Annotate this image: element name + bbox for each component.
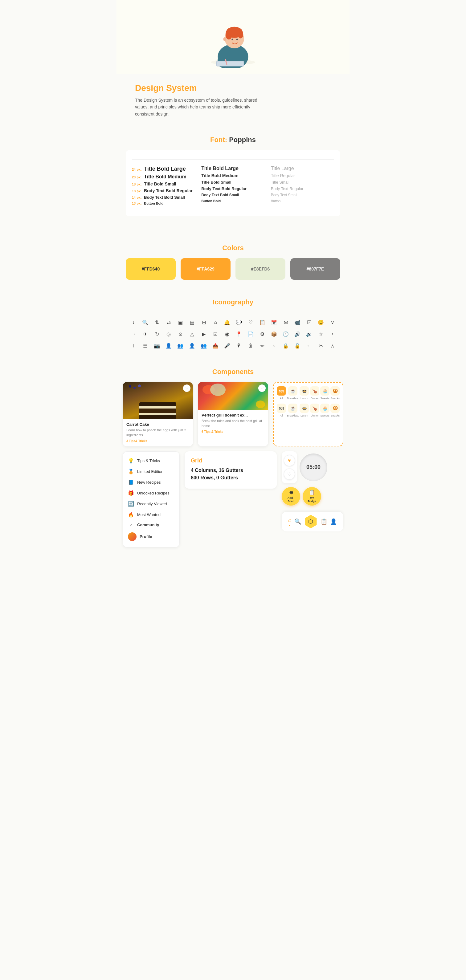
nav-avatar [128,532,137,541]
page-description: The Design System is an ecosystem of too… [135,97,271,118]
card-heart-button[interactable]: ♡ [183,385,190,392]
icon-chevron-left: ‹ [270,342,278,349]
icon-camera: 📷 [153,342,161,349]
card-heart-button-2[interactable]: ♡ [258,385,266,392]
font-col-2: Title Bold Large Title Bold Medium Title… [201,166,265,207]
nav-item-profile[interactable]: Profile [123,530,179,544]
limited-icon: 🏅 [128,469,134,474]
cat-icon-sweets: 🧁 [320,386,329,396]
nav-item-unlocked[interactable]: 🎁 Unlocked Recipes [123,488,179,498]
hex-button[interactable]: ⬡ [304,515,318,528]
icon-chevron-up: ∧ [329,342,336,349]
cat-icon-lunch: 🍲 [300,386,309,396]
hex-icon: ⬡ [308,518,313,525]
icon-mic2: 🎙 [235,342,243,349]
hero-illustration [205,12,261,68]
icon-bell: 🔔 [223,318,231,326]
color-swatch-3: #E8EFD6 [235,258,286,280]
nav-item-new[interactable]: 📘 New Recipes [123,477,179,488]
svg-rect-10 [217,61,244,65]
card-image-wrap-2: ♡ [198,382,268,410]
icon-clock: 🕐 [282,330,289,338]
icon-scissors: ✂ [317,342,324,349]
card-body-2: Perfect grill doesn't ex... Break the ru… [198,410,268,437]
nav-drawer: 💡 Tips & Tricks 🏅 Limited Edition 📘 New … [123,451,180,547]
icon-play: ▶ [200,330,207,338]
category-selector[interactable]: 🍽 All ☕ Breakfast 🍲 Lunch 🍗 Dinner 🧁 [273,382,343,446]
fab-add-scan[interactable]: ⊕ Add /Scan [282,487,300,506]
card-image-wrap: ♡ [123,382,193,419]
icon-unlock: 🔓 [294,342,301,349]
bnav-profile[interactable]: 👤 [330,518,337,525]
nav-item-wanted[interactable]: 🔥 Most Wanted [123,509,179,520]
card-tag-2: 6 Tips & Tricks [201,430,265,433]
bnav-search[interactable]: 🔍 [294,518,301,525]
icon-share: 📤 [212,342,219,349]
icon-circle: ◎ [165,330,172,338]
recipe-card-grill[interactable]: ♡ Perfect grill doesn't ex... Break the … [198,382,268,446]
cat-icon-all-2: 🍽 [277,404,286,413]
home-nav-icon: ⌂ [288,517,292,523]
nav-label-wanted: Most Wanted [137,512,161,517]
search-nav-icon: 🔍 [294,518,301,525]
colors-heading: Colors [126,244,340,252]
cat-lunch[interactable]: 🍲 Lunch [300,386,309,400]
icon-user: 👤 [165,342,172,349]
icon-volume-up: 🔊 [294,330,301,338]
svg-point-8 [236,39,238,40]
cat-sweets[interactable]: 🧁 Sweets [320,386,329,400]
cat-icon-sweets-2: 🧁 [320,404,329,413]
icon-arrow-up: ↑ [130,342,137,349]
icon-mic: 🎤 [223,342,231,349]
bnav-recipes[interactable]: 📋 [321,518,327,525]
cat-lunch-2[interactable]: 🍲 Lunch [300,404,309,417]
cat-snacks[interactable]: 🥨 Snacks [330,386,340,400]
nav-item-community[interactable]: ‹ Community [123,520,179,530]
bnav-center[interactable]: ⬡ [304,515,318,528]
cat-dinner[interactable]: 🍗 Dinner [310,386,319,400]
heart-filled-button[interactable]: ♥ [284,455,295,466]
card-title: Carrot Cake [126,422,189,427]
color-swatch-1: #FFD640 [126,258,176,280]
icon-emoji: 😊 [317,318,324,326]
nav-label-recent: Recently Viewed [137,501,167,506]
cat-icon-dinner: 🍗 [310,386,319,396]
icon-list: ▤ [188,318,196,326]
nav-item-tips[interactable]: 💡 Tips & Tricks [123,455,179,466]
fab-my-fridge[interactable]: 📋 MyFridge [303,487,321,506]
icon-arrow-down: ↓ [130,318,137,326]
cat-dinner-2[interactable]: 🍗 Dinner [310,404,319,417]
icon-heart: ♡ [247,318,254,326]
card-title-2: Perfect grill doesn't ex... [201,413,265,417]
icon-pin: 📍 [235,330,243,338]
cat-sweets-2[interactable]: 🧁 Sweets [320,404,329,417]
nav-label-new: New Recipes [137,480,161,485]
icon-radio: ◉ [223,330,231,338]
nav-label-tips: Tips & Tricks [137,458,160,463]
cat-breakfast[interactable]: ☕ Breakfast [287,386,298,400]
components-row-1: ♡ Carrot Cake Learn how to poach the egg… [123,382,343,446]
recipe-card-carrot-cake[interactable]: ♡ Carrot Cake Learn how to poach the egg… [123,382,193,446]
color-swatch-4: #807F7E [290,258,340,280]
font-heading: Font: Poppins [116,136,350,144]
heart-outline-button[interactable]: ♡ [284,469,295,480]
cat-snacks-2[interactable]: 🥨 Snacks [330,404,340,417]
cat-all[interactable]: 🍽 All [277,386,286,400]
icon-square: ▣ [177,318,184,326]
timer-display: 05:00 [300,453,327,481]
tips-icon: 💡 [128,458,134,464]
timer-section: ♥ ♡ 05:00 [282,451,343,484]
design-system-intro: Design System The Design System is an ec… [116,74,350,124]
nav-item-limited[interactable]: 🏅 Limited Edition [123,466,179,477]
icon-arrow-left: ← [305,342,313,349]
cat-all-2[interactable]: 🍽 All [277,404,286,417]
nav-item-recent[interactable]: 🔄 Recently Viewed [123,498,179,509]
components-heading: Components [123,368,343,376]
new-icon: 📘 [128,479,134,485]
cat-breakfast-2[interactable]: ☕ Breakfast [287,404,298,417]
cat-icon-snacks-2: 🥨 [330,404,340,413]
bnav-home[interactable]: ⌂ [288,517,292,526]
icon-trash: 🗑 [247,342,254,349]
icons-grid: ↓ 🔍 ⇅ ⇄ ▣ ▤ ⊞ ⌂ 🔔 💬 ♡ 📋 📅 ✉ 📹 ☑ 😊 ∨ → ✈ … [126,312,340,356]
font-col-1: 24 px.Title Bold Large 20 px.Title Bold … [132,166,195,207]
